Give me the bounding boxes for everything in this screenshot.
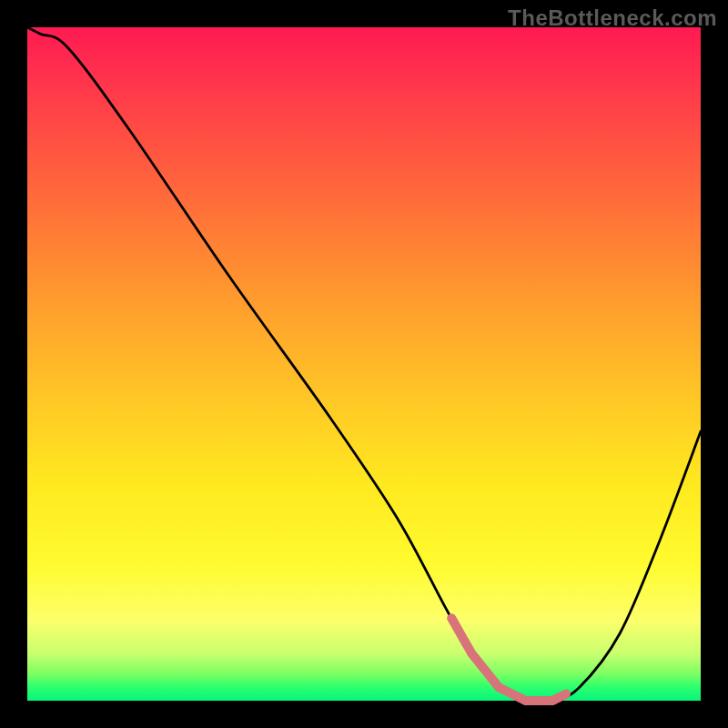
bottleneck-curve-path [27, 27, 701, 703]
flat-region-highlight [451, 618, 566, 701]
plot-area [27, 27, 701, 701]
curve-svg [27, 27, 701, 701]
chart-frame: TheBottleneck.com [0, 0, 728, 728]
